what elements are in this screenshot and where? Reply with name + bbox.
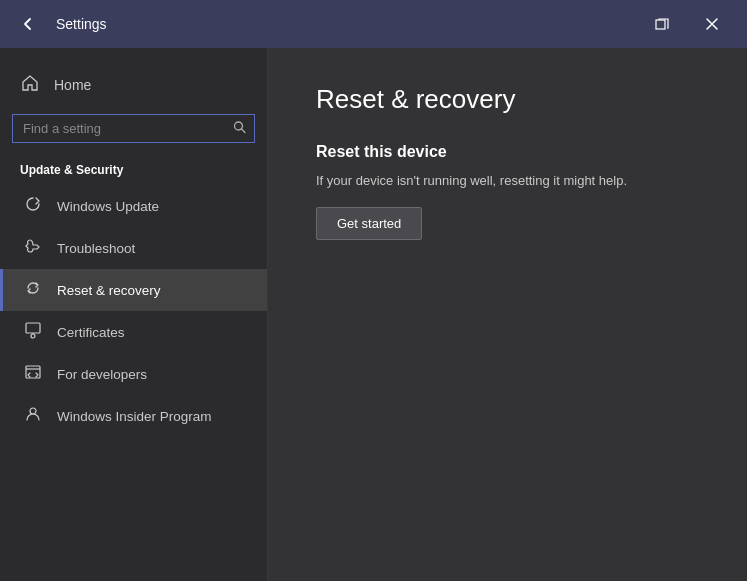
certificates-label: Certificates	[57, 325, 125, 340]
titlebar-left: Settings	[12, 8, 107, 40]
windows-insider-label: Windows Insider Program	[57, 409, 212, 424]
page-title: Reset & recovery	[316, 84, 699, 115]
back-button[interactable]	[12, 8, 44, 40]
sidebar-item-reset-recovery[interactable]: Reset & recovery	[0, 269, 267, 311]
nav-list: Windows Update Troubleshoot	[0, 185, 267, 437]
window-title: Settings	[56, 16, 107, 32]
svg-rect-2	[26, 323, 40, 333]
restore-button[interactable]	[639, 8, 685, 40]
home-label: Home	[54, 77, 91, 93]
reset-section: Reset this device If your device isn't r…	[316, 143, 699, 240]
section-label: Update & Security	[0, 159, 267, 185]
content-area: Reset & recovery Reset this device If yo…	[268, 48, 747, 581]
sidebar-item-troubleshoot[interactable]: Troubleshoot	[0, 227, 267, 269]
home-icon	[20, 74, 40, 96]
reset-recovery-label: Reset & recovery	[57, 283, 161, 298]
reset-section-description: If your device isn't running well, reset…	[316, 171, 699, 191]
for-developers-icon	[23, 363, 43, 385]
titlebar: Settings	[0, 0, 747, 48]
search-icon	[233, 120, 247, 137]
main-layout: Home Update & Security	[0, 48, 747, 581]
close-button[interactable]	[689, 8, 735, 40]
sidebar-item-for-developers[interactable]: For developers	[0, 353, 267, 395]
windows-update-icon	[23, 195, 43, 217]
sidebar-item-home[interactable]: Home	[0, 64, 267, 106]
svg-rect-4	[26, 366, 40, 378]
troubleshoot-icon	[23, 237, 43, 259]
search-input[interactable]	[12, 114, 255, 143]
sidebar-item-windows-insider[interactable]: Windows Insider Program	[0, 395, 267, 437]
troubleshoot-label: Troubleshoot	[57, 241, 135, 256]
sidebar-item-certificates[interactable]: Certificates	[0, 311, 267, 353]
reset-section-title: Reset this device	[316, 143, 699, 161]
reset-recovery-icon	[23, 279, 43, 301]
for-developers-label: For developers	[57, 367, 147, 382]
svg-point-5	[30, 408, 36, 414]
certificates-icon	[23, 321, 43, 343]
windows-update-label: Windows Update	[57, 199, 159, 214]
search-box	[12, 114, 255, 143]
svg-rect-0	[656, 20, 665, 29]
titlebar-controls	[639, 8, 735, 40]
get-started-button[interactable]: Get started	[316, 207, 422, 240]
svg-point-3	[31, 334, 35, 338]
windows-insider-icon	[23, 405, 43, 427]
sidebar-item-windows-update[interactable]: Windows Update	[0, 185, 267, 227]
sidebar: Home Update & Security	[0, 48, 268, 581]
